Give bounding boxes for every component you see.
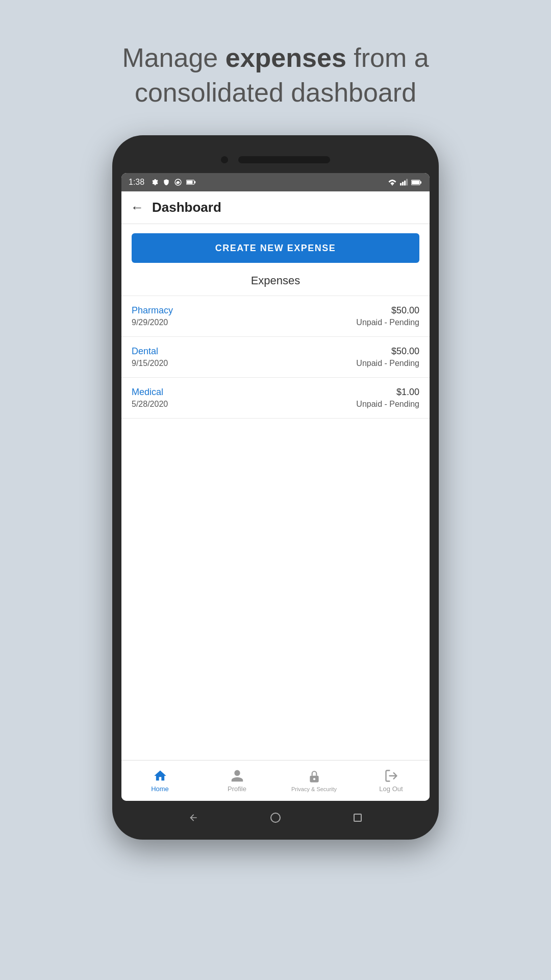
expense-item-1[interactable]: Dental 9/15/2020 $50.00 Unpaid - Pending (121, 337, 430, 378)
expense-left-1: Dental 9/15/2020 (132, 346, 168, 368)
status-icons (151, 178, 196, 186)
svg-rect-9 (420, 181, 421, 184)
create-btn-container: CREATE NEW EXPENSE (121, 224, 430, 269)
at-icon (174, 178, 182, 186)
expense-item-2[interactable]: Medical 5/28/2020 $1.00 Unpaid - Pending (121, 378, 430, 419)
nav-label-home: Home (151, 785, 169, 793)
expense-status-1: Unpaid - Pending (356, 359, 419, 368)
page-title: Dashboard (152, 200, 221, 215)
expense-right-2: $1.00 Unpaid - Pending (356, 387, 419, 409)
expenses-section-title: Expenses (121, 269, 430, 296)
expense-amount-2: $1.00 (396, 387, 419, 398)
shield-icon (163, 178, 170, 186)
phone-bottom-bar (121, 805, 430, 830)
status-bar: 1:38 (121, 173, 430, 191)
expense-list: Pharmacy 9/29/2020 $50.00 Unpaid - Pendi… (121, 296, 430, 760)
svg-rect-2 (194, 181, 195, 183)
expense-item-0[interactable]: Pharmacy 9/29/2020 $50.00 Unpaid - Pendi… (121, 296, 430, 337)
nav-label-logout: Log Out (379, 785, 403, 793)
lock-icon (308, 770, 321, 784)
nav-label-profile: Profile (228, 785, 246, 793)
person-icon (230, 769, 244, 783)
phone-shell: 1:38 (112, 135, 439, 840)
camera-dot (221, 156, 228, 163)
gear-icon (151, 178, 159, 186)
svg-rect-8 (412, 181, 419, 184)
phone-screen: 1:38 (121, 173, 430, 801)
svg-rect-3 (400, 183, 402, 186)
signal-icons (388, 179, 422, 186)
phone-top-area (121, 150, 430, 170)
expense-name-0: Pharmacy (132, 305, 173, 316)
expense-status-2: Unpaid - Pending (356, 400, 419, 409)
expense-date-2: 5/28/2020 (132, 400, 168, 409)
recents-nav-button[interactable] (347, 807, 368, 828)
svg-rect-6 (406, 179, 408, 186)
status-time: 1:38 (129, 178, 144, 187)
expense-name-2: Medical (132, 387, 168, 398)
create-new-expense-button[interactable]: CREATE NEW EXPENSE (132, 233, 419, 263)
back-nav-button[interactable] (183, 807, 204, 828)
expense-right-1: $50.00 Unpaid - Pending (356, 346, 419, 368)
expense-left-0: Pharmacy 9/29/2020 (132, 305, 173, 327)
signal-icon (400, 179, 408, 186)
nav-item-privacy[interactable]: Privacy & Security (276, 770, 353, 792)
svg-rect-1 (187, 181, 192, 184)
expense-status-0: Unpaid - Pending (356, 318, 419, 327)
nav-item-home[interactable]: Home (121, 769, 198, 793)
svg-point-11 (313, 778, 315, 780)
app-content: CREATE NEW EXPENSE Expenses Pharmacy 9/2… (121, 224, 430, 760)
page-headline: Manage expenses from aconsolidated dashb… (122, 41, 429, 110)
app-header: ← Dashboard (121, 191, 430, 224)
home-nav-button[interactable] (265, 807, 286, 828)
back-button[interactable]: ← (131, 200, 144, 215)
home-icon (153, 769, 167, 783)
expense-name-1: Dental (132, 346, 168, 357)
expense-date-1: 9/15/2020 (132, 359, 168, 368)
svg-rect-5 (404, 181, 406, 186)
nav-item-profile[interactable]: Profile (198, 769, 276, 793)
headline-text: Manage expenses from aconsolidated dashb… (122, 43, 429, 107)
bottom-nav: Home Profile Privacy & Security (121, 760, 430, 801)
expense-amount-0: $50.00 (391, 305, 419, 316)
speaker-grille (238, 156, 330, 163)
svg-rect-4 (402, 182, 404, 185)
logout-icon (384, 769, 398, 783)
expense-amount-1: $50.00 (391, 346, 419, 357)
nav-item-logout[interactable]: Log Out (353, 769, 430, 793)
expense-right-0: $50.00 Unpaid - Pending (356, 305, 419, 327)
battery-status-icon (411, 179, 422, 186)
expense-date-0: 9/29/2020 (132, 318, 173, 327)
wifi-icon (388, 179, 397, 186)
expense-left-2: Medical 5/28/2020 (132, 387, 168, 409)
battery-icon (186, 179, 196, 186)
nav-label-privacy: Privacy & Security (291, 786, 337, 792)
